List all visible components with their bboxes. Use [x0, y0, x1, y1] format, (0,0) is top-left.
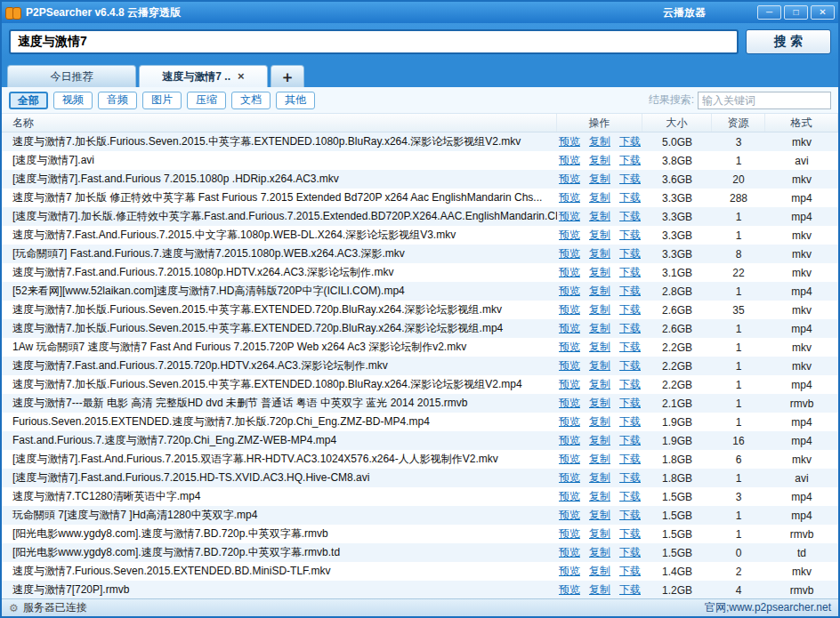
preview-link[interactable]: 预览: [559, 489, 580, 504]
table-row[interactable]: 速度与激情7 加长版 修正特效中英字幕 Fast Furious 7.2015 …: [2, 189, 838, 207]
download-link[interactable]: 下载: [619, 228, 641, 243]
download-link[interactable]: 下载: [619, 470, 641, 486]
preview-link[interactable]: 预览: [559, 321, 580, 336]
copy-link[interactable]: 复制: [589, 545, 610, 560]
copy-link[interactable]: 复制: [589, 452, 610, 467]
table-row[interactable]: 速度与激情7[720P].rmvb预览复制下载1.2GB4rmvb: [2, 581, 838, 598]
column-header-format[interactable]: 格式: [765, 114, 838, 132]
copy-link[interactable]: 复制: [589, 265, 610, 280]
download-link[interactable]: 下载: [619, 526, 641, 542]
copy-link[interactable]: 复制: [589, 396, 610, 411]
table-row[interactable]: [速度与激情7].Fast.and.Furious.7.2015.HD-TS.X…: [2, 469, 838, 487]
copy-link[interactable]: 复制: [589, 582, 610, 598]
copy-link[interactable]: 复制: [589, 470, 610, 486]
preview-link[interactable]: 预览: [559, 358, 580, 373]
download-link[interactable]: 下载: [619, 302, 641, 317]
search-button[interactable]: 搜 索: [746, 29, 831, 54]
preview-link[interactable]: 预览: [559, 433, 580, 448]
preview-link[interactable]: 预览: [559, 452, 580, 467]
table-row[interactable]: [阳光电影www.ygdy8.com].速度与激情7.BD.720p.中英双字幕…: [2, 525, 838, 543]
tab-search-result[interactable]: 速度与激情7 ..×: [139, 65, 268, 87]
copy-link[interactable]: 复制: [589, 209, 610, 224]
preview-link[interactable]: 预览: [559, 340, 580, 355]
tab-today-recommend[interactable]: 今日推荐: [7, 65, 136, 87]
filter-button-图片[interactable]: 图片: [142, 92, 182, 109]
preview-link[interactable]: 预览: [559, 526, 580, 542]
copy-link[interactable]: 复制: [589, 489, 610, 504]
table-row[interactable]: 速度与激情7.加长版.Furious.Seven.2015.中英字幕.EXTEN…: [2, 319, 838, 338]
column-header-name[interactable]: 名称: [2, 114, 557, 132]
download-link[interactable]: 下载: [619, 377, 641, 392]
search-input[interactable]: [9, 29, 739, 54]
download-link[interactable]: 下载: [619, 452, 641, 467]
download-link[interactable]: 下载: [619, 190, 641, 205]
copy-link[interactable]: 复制: [589, 172, 610, 187]
copy-link[interactable]: 复制: [589, 377, 610, 392]
table-row[interactable]: Furious.Seven.2015.EXTENDED.速度与激情7.加长版.7…: [2, 413, 838, 431]
copy-link[interactable]: 复制: [589, 508, 610, 523]
download-link[interactable]: 下载: [619, 321, 641, 336]
table-row[interactable]: 速度与激情7---最新 电影 高清 完整版HD dvd 未删节 普通话 粤语 中…: [2, 394, 838, 413]
copy-link[interactable]: 复制: [589, 153, 610, 168]
preview-link[interactable]: 预览: [559, 396, 580, 411]
table-row[interactable]: [速度与激情7].Fast.and.Furious 7.2015.1080p .…: [2, 170, 838, 189]
minimize-button[interactable]: ─: [757, 5, 781, 20]
copy-link[interactable]: 复制: [589, 358, 610, 373]
download-link[interactable]: 下载: [619, 508, 641, 523]
filter-button-视频[interactable]: 视频: [53, 92, 93, 109]
filter-button-文档[interactable]: 文档: [231, 92, 271, 109]
table-row[interactable]: 速度与激情7.Fast.and.Furious.7.2015.720p.HDTV…: [2, 357, 838, 375]
preview-link[interactable]: 预览: [559, 470, 580, 486]
preview-link[interactable]: 预览: [559, 172, 580, 187]
download-link[interactable]: 下载: [619, 209, 641, 224]
table-row[interactable]: 1Aw 玩命關頭7 速度与激情7 Fast And Furious 7.2015…: [2, 338, 838, 357]
preview-link[interactable]: 预览: [559, 134, 580, 149]
download-link[interactable]: 下载: [619, 265, 641, 280]
download-link[interactable]: 下载: [619, 396, 641, 411]
preview-link[interactable]: 预览: [559, 284, 580, 299]
copy-link[interactable]: 复制: [589, 190, 610, 205]
table-row[interactable]: [玩命關頭7] Fast.and.Furious.7.速度与激情7.2015.1…: [2, 245, 838, 263]
copy-link[interactable]: 复制: [589, 433, 610, 448]
download-link[interactable]: 下载: [619, 284, 641, 299]
copy-link[interactable]: 复制: [589, 246, 610, 261]
filter-button-其他[interactable]: 其他: [276, 92, 315, 109]
table-row[interactable]: 速度与激情7.TC1280清晰英语中字.mp4预览复制下载1.5GB3mp4: [2, 487, 838, 506]
download-link[interactable]: 下载: [619, 564, 641, 579]
table-row[interactable]: 速度与激情7.加长版.Furious.Seven.2015.中英字幕.EXTEN…: [2, 301, 838, 319]
copy-link[interactable]: 复制: [589, 414, 610, 429]
download-link[interactable]: 下载: [619, 433, 641, 448]
table-row[interactable]: 速度与激情7.加长版.Furious.Seven.2015.中英字幕.EXTEN…: [2, 132, 838, 151]
table-row[interactable]: [速度与激情7].Fast.And.Furious.7.2015.双语字幕.HR…: [2, 450, 838, 469]
column-header-resources[interactable]: 资源: [712, 114, 765, 132]
close-button[interactable]: ✕: [811, 5, 835, 20]
result-search-input[interactable]: [698, 92, 831, 109]
download-link[interactable]: 下载: [619, 246, 641, 261]
copy-link[interactable]: 复制: [589, 134, 610, 149]
download-link[interactable]: 下载: [619, 172, 641, 187]
filter-button-压缩[interactable]: 压缩: [187, 92, 226, 109]
table-row[interactable]: 速度与激情7.Furious.Seven.2015.EXTENDED.BD.Mi…: [2, 562, 838, 581]
preview-link[interactable]: 预览: [559, 582, 580, 598]
cloud-player-label[interactable]: 云播放器: [663, 5, 706, 20]
table-row[interactable]: 速度与激情7.Fast.And.Furious.7.2015.中文字幕.1080…: [2, 226, 838, 245]
copy-link[interactable]: 复制: [589, 228, 610, 243]
column-header-size[interactable]: 大小: [642, 114, 712, 132]
filter-button-全部[interactable]: 全部: [9, 92, 48, 109]
preview-link[interactable]: 预览: [559, 302, 580, 317]
table-row[interactable]: 速度与激情7.Fast.and.Furious.7.2015.1080p.HDT…: [2, 263, 838, 282]
preview-link[interactable]: 预览: [559, 228, 580, 243]
preview-link[interactable]: 预览: [559, 414, 580, 429]
preview-link[interactable]: 预览: [559, 246, 580, 261]
preview-link[interactable]: 预览: [559, 209, 580, 224]
copy-link[interactable]: 复制: [589, 340, 610, 355]
table-row[interactable]: 玩命關頭 7[速度与激情7 ]Hd高清1280中英双字.mp4预览复制下载1.5…: [2, 506, 838, 525]
new-tab-button[interactable]: ＋: [271, 65, 304, 87]
column-header-action[interactable]: 操作: [557, 114, 642, 132]
preview-link[interactable]: 预览: [559, 190, 580, 205]
table-row[interactable]: [52来看网][www.52laikan.com]速度与激情7.HD高清韩版72…: [2, 282, 838, 301]
preview-link[interactable]: 预览: [559, 508, 580, 523]
table-row[interactable]: [速度与激情7].avi预览复制下载3.8GB1avi: [2, 151, 838, 170]
copy-link[interactable]: 复制: [589, 302, 610, 317]
table-row[interactable]: [阳光电影www.ygdy8.com].速度与激情7.BD.720p.中英双字幕…: [2, 543, 838, 562]
